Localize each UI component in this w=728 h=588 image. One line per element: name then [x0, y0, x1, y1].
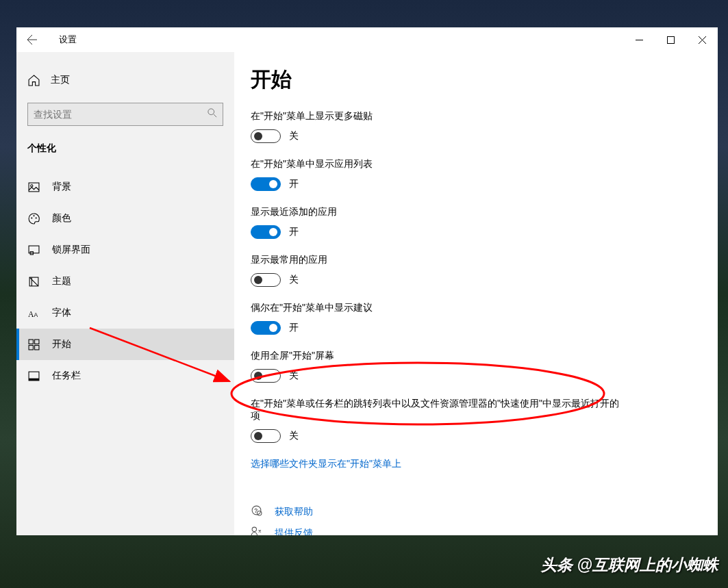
svg-rect-17 — [29, 378, 39, 380]
maximize-icon — [667, 36, 675, 44]
window-controls — [623, 27, 718, 52]
svg-rect-2 — [29, 183, 39, 192]
svg-point-6 — [35, 217, 36, 218]
picture-icon — [27, 181, 40, 193]
svg-point-21 — [252, 527, 256, 531]
sidebar-item-label: 字体 — [52, 307, 71, 319]
start-icon — [27, 338, 40, 350]
section-label: 个性化 — [16, 134, 234, 163]
maximize-button[interactable] — [655, 27, 686, 52]
main-area: 主页 个性化 背景 颜色 锁屏界面 — [16, 52, 718, 535]
home-label: 主页 — [51, 74, 70, 86]
feedback-link[interactable]: 提供反馈 — [275, 527, 313, 536]
close-button[interactable] — [686, 27, 718, 52]
close-icon — [699, 36, 706, 44]
title-bar: 设置 — [16, 27, 718, 52]
toggle-state-text: 开 — [289, 178, 299, 190]
settings-window: 设置 主页 — [16, 27, 718, 535]
help-link[interactable]: 获取帮助 — [275, 506, 313, 518]
setting-label: 偶尔在"开始"菜单中显示建议 — [251, 302, 620, 314]
svg-rect-13 — [34, 340, 38, 344]
sidebar-item-label: 背景 — [52, 181, 71, 193]
home-link[interactable]: 主页 — [16, 66, 234, 94]
taskbar-icon — [27, 370, 40, 382]
svg-text:A: A — [34, 311, 38, 318]
sidebar-item-label: 主题 — [52, 275, 71, 287]
toggle-state-text: 开 — [289, 226, 299, 238]
toggle-suggestions[interactable] — [251, 321, 281, 335]
sidebar-item-taskbar[interactable]: 任务栏 — [16, 360, 234, 392]
sidebar-item-fonts[interactable]: AA 字体 — [16, 297, 234, 329]
palette-icon — [27, 212, 40, 225]
watermark: 头条 @互联网上的小蜘蛛 — [541, 554, 718, 576]
sidebar-item-start[interactable]: 开始 — [16, 329, 234, 360]
toggle-recent-items[interactable] — [251, 429, 281, 443]
toggle-recently-added[interactable] — [251, 225, 281, 239]
back-button[interactable] — [16, 27, 48, 52]
svg-rect-15 — [34, 345, 38, 349]
sidebar-item-label: 开始 — [52, 338, 71, 350]
search-box[interactable] — [27, 103, 223, 126]
page-title: 开始 — [251, 66, 701, 94]
home-icon — [27, 74, 40, 86]
themes-icon — [27, 275, 40, 287]
svg-point-3 — [30, 184, 32, 186]
sidebar: 主页 个性化 背景 颜色 锁屏界面 — [16, 52, 234, 535]
svg-rect-14 — [29, 345, 33, 349]
toggle-state-text: 关 — [289, 430, 299, 442]
setting-label: 在"开始"菜单上显示更多磁贴 — [251, 110, 620, 123]
svg-point-5 — [33, 215, 34, 216]
svg-point-1 — [208, 109, 214, 115]
fonts-icon: AA — [27, 307, 40, 319]
window-title: 设置 — [48, 34, 77, 46]
setting-recently-added: 显示最近添加的应用 开 — [251, 206, 701, 239]
toggle-state-text: 开 — [289, 322, 299, 334]
sidebar-item-label: 颜色 — [52, 212, 71, 225]
setting-label: 显示最常用的应用 — [251, 254, 620, 266]
feedback-icon — [251, 526, 262, 535]
lockscreen-icon — [27, 244, 40, 256]
help-link-row[interactable]: ? 获取帮助 — [251, 504, 701, 519]
sidebar-item-label: 任务栏 — [52, 370, 81, 382]
setting-recent-items: 在"开始"菜单或任务栏的跳转列表中以及文件资源管理器的"快速使用"中显示最近打开… — [251, 398, 701, 443]
setting-label: 显示最近添加的应用 — [251, 206, 620, 218]
sidebar-item-colors[interactable]: 颜色 — [16, 203, 234, 234]
svg-text:?: ? — [254, 507, 258, 514]
svg-rect-0 — [667, 36, 674, 43]
sidebar-item-label: 锁屏界面 — [52, 244, 90, 256]
sidebar-item-background[interactable]: 背景 — [16, 171, 234, 203]
help-icon: ? — [251, 504, 262, 519]
toggle-more-tiles[interactable] — [251, 129, 281, 143]
svg-point-4 — [31, 217, 32, 218]
search-input[interactable] — [34, 109, 208, 120]
toggle-state-text: 关 — [289, 130, 299, 142]
setting-label: 使用全屏"开始"屏幕 — [251, 350, 620, 362]
sidebar-item-themes[interactable]: 主题 — [16, 266, 234, 297]
sidebar-item-lockscreen[interactable]: 锁屏界面 — [16, 234, 234, 266]
setting-app-list: 在"开始"菜单中显示应用列表 开 — [251, 158, 701, 191]
arrow-left-icon — [27, 34, 38, 45]
toggle-app-list[interactable] — [251, 177, 281, 191]
setting-suggestions: 偶尔在"开始"菜单中显示建议 开 — [251, 302, 701, 335]
minimize-button[interactable] — [623, 27, 655, 52]
setting-label: 在"开始"菜单中显示应用列表 — [251, 158, 620, 170]
toggle-state-text: 关 — [289, 274, 299, 286]
toggle-fullscreen[interactable] — [251, 369, 281, 383]
choose-folders-link[interactable]: 选择哪些文件夹显示在"开始"菜单上 — [251, 458, 701, 470]
toggle-most-used[interactable] — [251, 273, 281, 287]
svg-rect-12 — [29, 340, 33, 344]
feedback-link-row[interactable]: 提供反馈 — [251, 526, 701, 535]
setting-fullscreen: 使用全屏"开始"屏幕 关 — [251, 350, 701, 383]
setting-more-tiles: 在"开始"菜单上显示更多磁贴 关 — [251, 110, 701, 143]
setting-label: 在"开始"菜单或任务栏的跳转列表中以及文件资源管理器的"快速使用"中显示最近打开… — [251, 398, 620, 422]
toggle-state-text: 关 — [289, 370, 299, 382]
minimize-icon — [636, 36, 643, 44]
setting-most-used: 显示最常用的应用 关 — [251, 254, 701, 287]
search-icon — [208, 108, 217, 120]
nav-list: 背景 颜色 锁屏界面 主题 AA 字体 — [16, 171, 234, 392]
content-panel: 开始 在"开始"菜单上显示更多磁贴 关 在"开始"菜单中显示应用列表 开 显示最… — [234, 52, 718, 535]
